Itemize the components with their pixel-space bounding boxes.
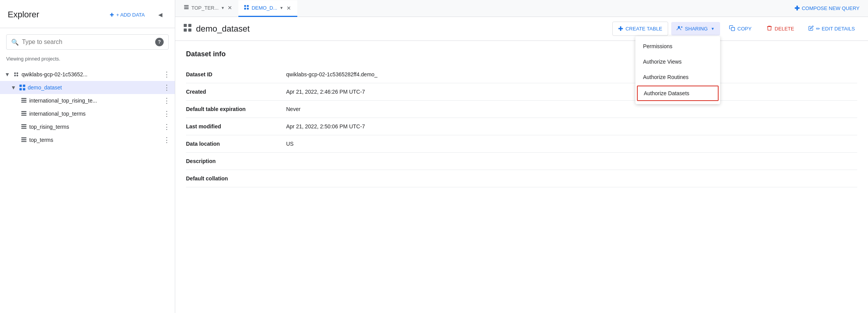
tab1-close-button[interactable]: ✕ — [227, 4, 233, 12]
copy-label: COPY — [737, 26, 752, 32]
value-data-location: US — [286, 135, 857, 153]
svg-rect-28 — [188, 24, 191, 27]
info-row-table-expiration: Default table expiration Never — [186, 101, 857, 118]
create-table-label: CREATE TABLE — [625, 26, 662, 32]
svg-point-3 — [17, 75, 18, 77]
info-row-data-location: Data location US — [186, 135, 857, 153]
compose-plus-icon: ✚ — [794, 5, 799, 12]
table3-more-button[interactable]: ⋮ — [162, 123, 172, 131]
svg-rect-13 — [21, 115, 26, 116]
authorize-routines-item[interactable]: Authorize Routines — [635, 69, 720, 85]
svg-rect-16 — [21, 128, 26, 129]
svg-rect-18 — [21, 139, 26, 140]
compose-new-query-button[interactable]: ✚ COMPOSE NEW QUERY — [789, 2, 865, 15]
tab-demo-dataset[interactable]: DEMO_D... ▼ ✕ — [238, 0, 297, 17]
svg-rect-14 — [21, 124, 26, 125]
table2-more-button[interactable]: ⋮ — [162, 109, 172, 118]
value-table-expiration: Never — [286, 101, 857, 118]
value-last-modified: Apr 21, 2022, 2:50:06 PM UTC-7 — [286, 118, 857, 135]
svg-rect-34 — [731, 27, 735, 31]
svg-rect-19 — [21, 141, 26, 142]
label-description: Description — [186, 153, 286, 170]
tab1-label: TOP_TER... — [191, 5, 219, 11]
search-input[interactable] — [22, 39, 152, 45]
value-description — [286, 153, 857, 170]
label-last-modified: Last modified — [186, 118, 286, 135]
sharing-label: SHARING — [685, 26, 708, 32]
delete-label: DELETE — [775, 26, 794, 32]
svg-rect-7 — [23, 88, 25, 91]
sidebar: Explorer ✚ + ADD DATA ◀ 🔍 ? Viewing pinn… — [0, 0, 175, 313]
tabs-bar: TOP_TER... ▼ ✕ DEMO_D... ▼ ✕ — [175, 0, 868, 17]
svg-rect-8 — [21, 98, 26, 99]
table4-more-button[interactable]: ⋮ — [162, 136, 172, 144]
label-table-expiration: Default table expiration — [186, 101, 286, 118]
tree-item-table4[interactable]: top_terms ⋮ — [0, 133, 175, 146]
chevron-icon: ▼ — [5, 71, 11, 77]
main-area: TOP_TER... ▼ ✕ DEMO_D... ▼ ✕ — [175, 0, 868, 313]
svg-point-31 — [678, 26, 680, 28]
value-collation — [286, 170, 857, 187]
dataset-icon — [18, 84, 26, 91]
svg-rect-9 — [21, 100, 26, 101]
collapse-sidebar-button[interactable]: ◀ — [153, 8, 167, 22]
edit-details-button[interactable]: ✏ EDIT DETAILS — [803, 22, 860, 35]
project-label: qwiklabs-gcp-02-1c53652... — [22, 71, 160, 77]
svg-point-2 — [14, 75, 16, 77]
tree-item-table3[interactable]: top_rising_terms ⋮ — [0, 120, 175, 133]
svg-rect-20 — [184, 5, 189, 6]
authorize-datasets-item[interactable]: Authorize Datasets — [637, 86, 719, 101]
table4-label: top_terms — [29, 137, 160, 143]
value-created: Apr 21, 2022, 2:46:26 PM UTC-7 — [286, 83, 857, 101]
table-icon — [20, 110, 28, 118]
table-icon — [20, 123, 28, 131]
permissions-item[interactable]: Permissions — [635, 39, 720, 54]
tab2-dropdown-icon[interactable]: ▼ — [280, 6, 283, 10]
svg-rect-22 — [184, 8, 189, 9]
help-icon[interactable]: ? — [155, 38, 164, 46]
edit-details-label: ✏ EDIT DETAILS — [816, 26, 855, 32]
toolbar: demo_dataset ✚ CREATE TABLE — [175, 17, 868, 41]
svg-rect-27 — [184, 24, 187, 27]
table-icon — [20, 136, 28, 144]
label-dataset-id: Dataset ID — [186, 66, 286, 83]
delete-button[interactable]: DELETE — [761, 22, 800, 36]
compose-label: COMPOSE NEW QUERY — [802, 5, 860, 11]
svg-rect-29 — [184, 29, 187, 32]
copy-button[interactable]: COPY — [723, 22, 757, 36]
table1-more-button[interactable]: ⋮ — [162, 96, 172, 105]
svg-point-1 — [17, 72, 18, 74]
svg-point-0 — [14, 72, 16, 74]
svg-rect-21 — [184, 7, 189, 7]
tab-top-ter[interactable]: TOP_TER... ▼ ✕ — [178, 0, 238, 17]
sharing-button[interactable]: SHARING ▼ — [671, 22, 720, 35]
authorize-views-item[interactable]: Authorize Views — [635, 54, 720, 69]
create-table-button[interactable]: ✚ CREATE TABLE — [612, 22, 668, 36]
project-more-button[interactable]: ⋮ — [162, 70, 172, 79]
collapse-icon: ◀ — [158, 12, 163, 18]
sharing-wrapper: SHARING ▼ Permissions Authorize Views Au… — [671, 22, 720, 35]
info-row-dataset-id: Dataset ID qwiklabs-gcp-02-1c5365282ff4.… — [186, 66, 857, 83]
tab2-label: DEMO_D... — [251, 5, 277, 11]
add-data-button[interactable]: ✚ + ADD DATA — [106, 10, 149, 20]
tree-item-table2[interactable]: international_top_terms ⋮ — [0, 107, 175, 120]
tree-item-project[interactable]: ▼ qwiklabs-gcp-02-1c53652... ⋮ — [0, 68, 175, 81]
tree-item-table1[interactable]: international_top_rising_te... ⋮ — [0, 94, 175, 107]
dataset-name: demo_dataset — [196, 24, 250, 34]
value-dataset-id: qwiklabs-gcp-02-1c5365282ff4.demo_ — [286, 66, 857, 83]
svg-rect-25 — [245, 8, 246, 10]
search-icon: 🔍 — [11, 39, 19, 46]
explorer-tree: ▼ qwiklabs-gcp-02-1c53652... ⋮ ▼ — [0, 66, 175, 313]
tree-item-dataset[interactable]: ▼ demo_dataset ⋮ — [0, 81, 175, 94]
svg-rect-15 — [21, 126, 26, 127]
info-row-collation: Default collation — [186, 170, 857, 187]
dataset-more-button[interactable]: ⋮ — [162, 83, 172, 92]
tab1-dropdown-icon[interactable]: ▼ — [221, 6, 225, 10]
dataset-label: demo_dataset — [28, 84, 160, 91]
plus-icon: ✚ — [110, 12, 114, 18]
tab2-close-button[interactable]: ✕ — [286, 4, 292, 12]
sidebar-title: Explorer — [8, 10, 101, 20]
project-icon — [12, 71, 20, 78]
create-table-plus-icon: ✚ — [618, 25, 623, 32]
svg-rect-4 — [20, 85, 22, 87]
